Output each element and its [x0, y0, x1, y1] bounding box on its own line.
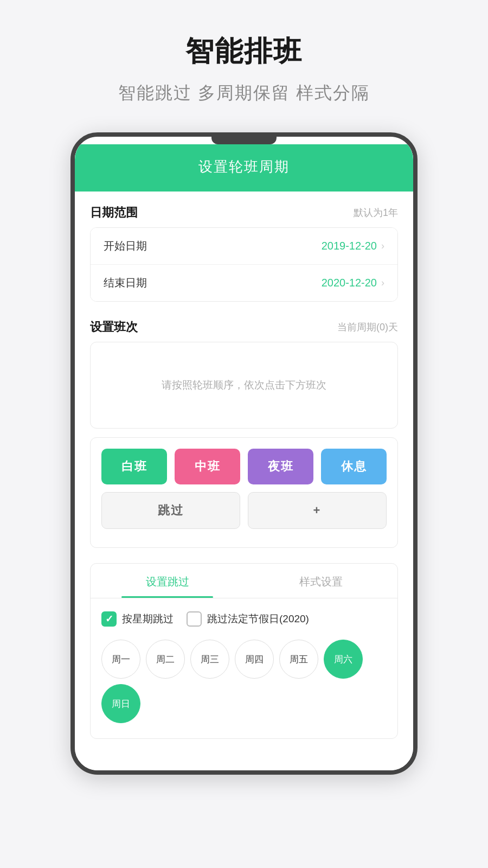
- tab-style-settings[interactable]: 样式设置: [244, 564, 397, 598]
- day-btn-sun[interactable]: 周日: [101, 684, 140, 723]
- day-btn-wed[interactable]: 周三: [190, 640, 229, 679]
- shift-btn-white[interactable]: 白班: [101, 449, 167, 484]
- day-btn-thu[interactable]: 周四: [235, 640, 274, 679]
- date-range-section: 日期范围 默认为1年 开始日期 2019-12-20 › 结束日期 2020-1…: [75, 192, 413, 319]
- start-date-value-wrap: 2019-12-20 ›: [322, 240, 384, 252]
- date-section-label: 日期范围: [90, 205, 138, 221]
- page-subtitle: 智能跳过 多周期保留 样式分隔: [118, 81, 370, 105]
- phone-frame: 设置轮班周期 日期范围 默认为1年 开始日期 2019-12-20 › 结束日期: [70, 132, 418, 775]
- checkbox-holiday-skip-label: 跳过法定节假日(2020): [207, 612, 309, 626]
- date-card: 开始日期 2019-12-20 › 结束日期 2020-12-20 ›: [90, 227, 398, 302]
- end-date-chevron-icon: ›: [381, 277, 384, 289]
- tab-section: 设置跳过 样式设置 ✓ 按星期跳过 跳过法定节假日(2020): [90, 563, 398, 739]
- shift-btn-add[interactable]: +: [248, 492, 387, 529]
- date-section-header: 日期范围 默认为1年: [90, 205, 398, 221]
- shift-btn-skip[interactable]: 跳过: [101, 492, 240, 529]
- day-btn-fri[interactable]: 周五: [279, 640, 318, 679]
- page-title: 智能排班: [185, 33, 303, 71]
- shift-section-label: 设置班次: [90, 319, 138, 335]
- header-title: 设置轮班周期: [198, 158, 290, 175]
- end-date-value: 2020-12-20: [322, 277, 377, 289]
- phone-side-button: [415, 234, 418, 267]
- start-date-label: 开始日期: [104, 239, 147, 253]
- checkbox-weekday-skip-box: ✓: [101, 611, 117, 627]
- shift-btn-night[interactable]: 夜班: [248, 449, 313, 484]
- shift-row-2: 跳过 +: [101, 492, 387, 529]
- shift-buttons-card: 白班 中班 夜班 休息 跳过 +: [90, 437, 398, 548]
- checkbox-weekday-skip[interactable]: ✓ 按星期跳过: [101, 611, 174, 627]
- checkbox-holiday-skip-box: [187, 611, 202, 627]
- shift-empty-text: 请按照轮班顺序，依次点击下方班次: [162, 377, 326, 393]
- phone-bottom: [75, 754, 413, 770]
- start-date-chevron-icon: ›: [381, 240, 384, 252]
- shift-btn-mid[interactable]: 中班: [175, 449, 240, 484]
- end-date-value-wrap: 2020-12-20 ›: [322, 277, 384, 289]
- end-date-row[interactable]: 结束日期 2020-12-20 ›: [91, 264, 397, 301]
- shift-empty-card: 请按照轮班顺序，依次点击下方班次: [90, 342, 398, 429]
- day-row: 周一 周二 周三 周四 周五 周六 周日: [101, 640, 387, 723]
- tab-skip-settings[interactable]: 设置跳过: [91, 564, 244, 598]
- checkbox-weekday-skip-label: 按星期跳过: [122, 612, 174, 626]
- phone-content: 设置轮班周期 日期范围 默认为1年 开始日期 2019-12-20 › 结束日期: [75, 144, 413, 770]
- start-date-value: 2019-12-20: [322, 240, 377, 252]
- tab-content: ✓ 按星期跳过 跳过法定节假日(2020) 周一 周二 周三 周四: [91, 598, 397, 738]
- shift-section: 设置班次 当前周期(0)天 请按照轮班顺序，依次点击下方班次 白班 中班 夜班 …: [75, 319, 413, 563]
- day-btn-mon[interactable]: 周一: [101, 640, 140, 679]
- checkbox-holiday-skip[interactable]: 跳过法定节假日(2020): [187, 611, 309, 627]
- day-btn-sat[interactable]: 周六: [324, 640, 363, 679]
- start-date-row[interactable]: 开始日期 2019-12-20 ›: [91, 228, 397, 264]
- shift-btn-rest[interactable]: 休息: [321, 449, 387, 484]
- tab-header: 设置跳过 样式设置: [91, 564, 397, 598]
- shift-section-header: 设置班次 当前周期(0)天: [90, 319, 398, 335]
- checkbox-row: ✓ 按星期跳过 跳过法定节假日(2020): [101, 611, 387, 627]
- shift-section-hint: 当前周期(0)天: [337, 321, 398, 334]
- checkmark-icon: ✓: [105, 613, 113, 625]
- end-date-label: 结束日期: [104, 276, 147, 290]
- shift-row-1: 白班 中班 夜班 休息: [101, 449, 387, 484]
- date-section-hint: 默认为1年: [354, 206, 398, 219]
- app-header: 设置轮班周期: [75, 144, 413, 192]
- day-btn-tue[interactable]: 周二: [146, 640, 185, 679]
